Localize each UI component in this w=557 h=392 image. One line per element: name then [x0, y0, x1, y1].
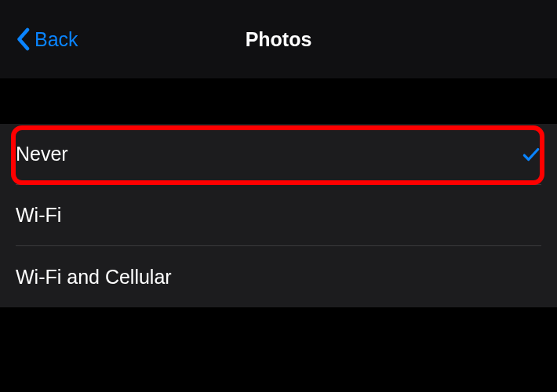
chevron-left-icon [16, 27, 30, 51]
option-wifi-cellular[interactable]: Wi-Fi and Cellular [16, 246, 541, 307]
nav-bar: Back Photos [0, 0, 557, 78]
back-button[interactable]: Back [16, 27, 78, 51]
options-list: Never Wi-Fi Wi-Fi and Cellular [0, 124, 557, 307]
back-label: Back [35, 28, 78, 51]
option-never[interactable]: Never [16, 124, 541, 185]
option-label: Wi-Fi and Cellular [16, 266, 172, 289]
option-wifi[interactable]: Wi-Fi [16, 185, 541, 246]
bottom-spacer [0, 307, 557, 392]
option-label: Never [16, 143, 68, 165]
option-label: Wi-Fi [16, 204, 61, 227]
checkmark-icon [521, 144, 541, 165]
section-spacer [0, 78, 557, 124]
page-title: Photos [0, 28, 557, 51]
